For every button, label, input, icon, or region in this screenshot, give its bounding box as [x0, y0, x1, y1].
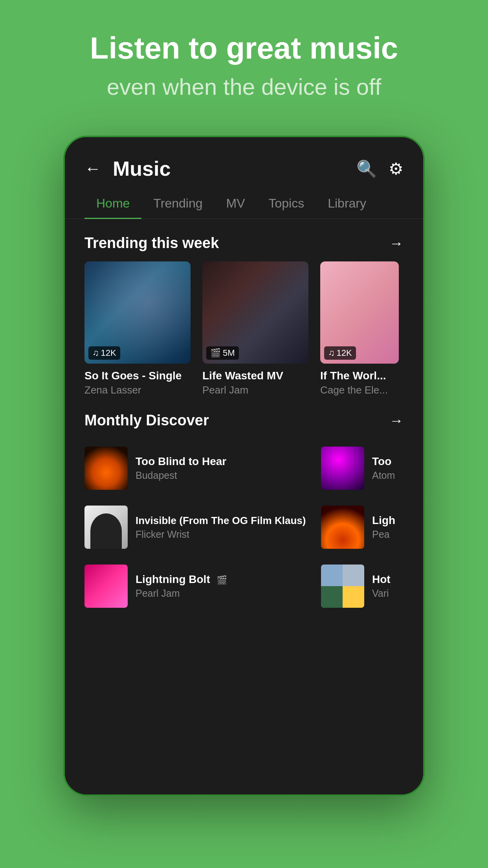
monthly-info-2: Invisible (From The OG Film Klaus) Flick… — [136, 515, 315, 540]
monthly-section-header: Monthly Discover → — [65, 396, 423, 439]
monthly-item-2[interactable]: Invisible (From The OG Film Klaus) Flick… — [84, 498, 315, 557]
app-title: Music — [113, 157, 356, 180]
card-artist-3: Cage the Ele... — [320, 384, 399, 396]
tabs-bar: Home Trending MV Topics Library — [65, 188, 423, 219]
monthly-thumb-1 — [84, 447, 128, 490]
subheadline: even when the device is off — [90, 73, 398, 101]
monthly-right-info-2: Ligh Pea — [372, 514, 404, 540]
phone-content: ← Music 🔍 ⚙ Home Trending MV Topics Libr… — [65, 137, 423, 794]
gear-icon[interactable]: ⚙ — [389, 159, 404, 178]
monthly-right-column: Too Atom Ligh Pea — [321, 439, 404, 616]
card-image-3: ♫ 12K — [320, 261, 399, 364]
card-image-2: 🎬 5M — [202, 261, 308, 364]
monthly-item-3[interactable]: Lightning Bolt 🎬 Pearl Jam — [84, 557, 315, 616]
monthly-right-title-1: Too — [372, 455, 404, 468]
search-icon[interactable]: 🔍 — [356, 159, 377, 178]
monthly-right-thumb-3 — [321, 565, 364, 608]
card-title-3: If The Worl... — [320, 370, 399, 382]
monthly-info-3: Lightning Bolt 🎬 Pearl Jam — [136, 573, 315, 599]
monthly-right-thumb-2 — [321, 506, 364, 549]
trending-section-header: Trending this week → — [65, 219, 423, 261]
trending-card-3[interactable]: ♫ 12K If The Worl... Cage the Ele... — [320, 261, 399, 396]
monthly-arrow[interactable]: → — [389, 412, 404, 429]
trending-arrow[interactable]: → — [389, 235, 404, 252]
card-title-1: So It Goes - Single — [84, 370, 191, 382]
monthly-right-info-1: Too Atom — [372, 455, 404, 481]
monthly-thumb-3 — [84, 565, 128, 608]
card-title-2: Life Wasted MV — [202, 370, 308, 382]
trending-title: Trending this week — [84, 235, 219, 252]
top-text-section: Listen to great music even when the devi… — [66, 31, 422, 100]
monthly-right-artist-3: Vari — [372, 588, 404, 599]
monthly-right-item-1[interactable]: Too Atom — [321, 439, 404, 498]
monthly-right-info-3: Hot Vari — [372, 573, 404, 599]
monthly-title-3: Lightning Bolt 🎬 — [136, 573, 315, 586]
tab-library[interactable]: Library — [316, 188, 378, 219]
monthly-left-column: Too Blind to Hear Budapest Invisible (Fr… — [84, 439, 315, 616]
trending-card-1[interactable]: ♫ 12K So It Goes - Single Zena Lasser — [84, 261, 191, 396]
monthly-title-1: Too Blind to Hear — [136, 455, 315, 468]
monthly-artist-2: Flicker Wrist — [136, 529, 315, 540]
headline: Listen to great music — [90, 31, 398, 65]
monthly-right-artist-2: Pea — [372, 529, 404, 540]
monthly-info-1: Too Blind to Hear Budapest — [136, 455, 315, 481]
card-badge-2: 🎬 5M — [206, 346, 239, 360]
tab-topics[interactable]: Topics — [257, 188, 316, 219]
monthly-artist-1: Budapest — [136, 470, 315, 481]
trending-card-2[interactable]: 🎬 5M Life Wasted MV Pearl Jam — [202, 261, 308, 396]
monthly-right-title-3: Hot — [372, 573, 404, 586]
mv-icon: 🎬 — [216, 575, 227, 585]
scroll-content[interactable]: Trending this week → ♫ 12K So It Goes - … — [65, 219, 423, 794]
card-artist-2: Pearl Jam — [202, 384, 308, 396]
monthly-title: Monthly Discover — [84, 412, 209, 429]
monthly-thumb-2 — [84, 506, 128, 549]
card-badge-3: ♫ 12K — [324, 346, 356, 360]
monthly-artist-3: Pearl Jam — [136, 588, 315, 599]
card-artist-1: Zena Lasser — [84, 384, 191, 396]
tab-home[interactable]: Home — [84, 188, 141, 219]
monthly-right-artist-1: Atom — [372, 470, 404, 481]
back-button[interactable]: ← — [84, 159, 101, 178]
monthly-right-item-2[interactable]: Ligh Pea — [321, 498, 404, 557]
card-badge-1: ♫ 12K — [88, 346, 120, 360]
monthly-list: Too Blind to Hear Budapest Invisible (Fr… — [65, 439, 423, 616]
header-icons: 🔍 ⚙ — [356, 159, 404, 178]
monthly-item-1[interactable]: Too Blind to Hear Budapest — [84, 439, 315, 498]
monthly-right-thumb-1 — [321, 447, 364, 490]
tab-mv[interactable]: MV — [214, 188, 257, 219]
monthly-right-title-2: Ligh — [372, 514, 404, 527]
monthly-title-2: Invisible (From The OG Film Klaus) — [136, 515, 315, 527]
trending-cards: ♫ 12K So It Goes - Single Zena Lasser 🎬 … — [65, 261, 423, 396]
app-header: ← Music 🔍 ⚙ — [65, 137, 423, 188]
tab-trending[interactable]: Trending — [141, 188, 214, 219]
card-image-1: ♫ 12K — [84, 261, 191, 364]
phone-wrapper: ← Music 🔍 ⚙ Home Trending MV Topics Libr… — [63, 136, 425, 796]
monthly-right-item-3[interactable]: Hot Vari — [321, 557, 404, 616]
